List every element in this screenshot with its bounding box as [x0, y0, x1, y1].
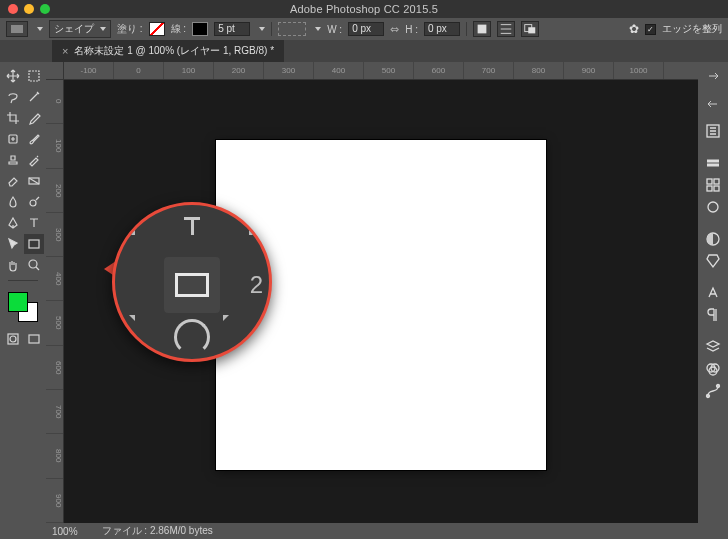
- stroke-style-dropdown[interactable]: [278, 22, 306, 36]
- fill-swatch[interactable]: [149, 22, 165, 36]
- workspace: -10001002003004005006007008009001000 010…: [0, 62, 728, 539]
- layers-panel-icon[interactable]: [703, 338, 723, 356]
- dodge-tool[interactable]: [24, 192, 44, 212]
- type-tool-zoomed-icon: [177, 211, 207, 241]
- pen-tool[interactable]: [3, 213, 23, 233]
- fill-label: 塗り :: [117, 22, 143, 36]
- svg-rect-13: [707, 179, 712, 184]
- svg-point-23: [717, 385, 720, 388]
- tool-preset-picker[interactable]: [6, 21, 28, 37]
- channels-panel-icon[interactable]: [703, 360, 723, 378]
- eraser-tool[interactable]: [3, 171, 23, 191]
- ruler-tick: 100: [46, 124, 63, 168]
- wand-tool[interactable]: [24, 87, 44, 107]
- ruler-tick: 200: [46, 169, 63, 213]
- app-title: Adobe Photoshop CC 2015.5: [290, 3, 438, 15]
- width-input[interactable]: 0 px: [348, 22, 384, 36]
- collapse-dock-icon[interactable]: [707, 96, 719, 108]
- paths-panel-icon[interactable]: [703, 382, 723, 400]
- ruler-tick: 900: [564, 62, 614, 79]
- svg-rect-2: [528, 27, 535, 33]
- history-panel-icon[interactable]: [703, 122, 723, 140]
- adjustments-panel-icon[interactable]: [703, 230, 723, 248]
- path-arrange-button[interactable]: [521, 21, 539, 37]
- stroke-label: 線 :: [171, 22, 187, 36]
- ruler-tick: 1000: [614, 62, 664, 79]
- window-close-button[interactable]: [8, 4, 18, 14]
- height-input[interactable]: 0 px: [424, 22, 460, 36]
- link-wh-icon[interactable]: ⇔: [390, 23, 399, 36]
- expand-dock-icon[interactable]: [707, 68, 719, 80]
- path-select-tool[interactable]: [3, 234, 23, 254]
- close-tab-icon[interactable]: ×: [62, 45, 68, 57]
- status-bar: 100% ファイル : 2.86M/0 bytes: [46, 523, 698, 539]
- ruler-tick: 400: [314, 62, 364, 79]
- foreground-color-well[interactable]: [8, 292, 28, 312]
- hand-tool[interactable]: [3, 255, 23, 275]
- ruler-horizontal[interactable]: -10001002003004005006007008009001000: [64, 62, 698, 80]
- ruler-vertical[interactable]: 0100200300400500600700800900: [46, 80, 64, 523]
- lasso-tool[interactable]: [3, 87, 23, 107]
- tool-flyout-indicator: [129, 229, 135, 235]
- document-tab[interactable]: × 名称未設定 1 @ 100% (レイヤー 1, RGB/8) *: [52, 40, 284, 62]
- ruler-tick: 0: [46, 80, 63, 124]
- crop-tool[interactable]: [3, 108, 23, 128]
- zoom-level[interactable]: 100%: [52, 526, 78, 537]
- toolbox: [0, 62, 46, 539]
- character-panel-icon[interactable]: [703, 284, 723, 302]
- svg-rect-3: [29, 71, 39, 81]
- ruler-tick: -100: [64, 62, 114, 79]
- swatches-panel-icon[interactable]: [703, 176, 723, 194]
- svg-rect-0: [478, 25, 487, 34]
- ruler-tick: 600: [46, 346, 63, 390]
- align-edges-checkbox[interactable]: ✓: [645, 24, 656, 35]
- width-label: W :: [327, 24, 342, 35]
- ruler-tick: 0: [114, 62, 164, 79]
- window-zoom-button[interactable]: [40, 4, 50, 14]
- options-bar: シェイプ 塗り : 線 : 5 pt W : 0 px ⇔ H : 0 px ✿…: [0, 18, 728, 40]
- svg-rect-7: [29, 240, 39, 248]
- document-tab-strip: × 名称未設定 1 @ 100% (レイヤー 1, RGB/8) *: [0, 40, 728, 62]
- quickmask-toggle[interactable]: [3, 329, 23, 349]
- stamp-tool[interactable]: [3, 150, 23, 170]
- gradient-tool[interactable]: [24, 171, 44, 191]
- rectangle-tool[interactable]: [24, 234, 44, 254]
- callout-number: 2: [250, 271, 263, 299]
- history-brush-tool[interactable]: [24, 150, 44, 170]
- window-controls: [8, 4, 50, 14]
- svg-rect-14: [714, 179, 719, 184]
- ruler-tick: 500: [46, 301, 63, 345]
- color-panel-icon[interactable]: [703, 154, 723, 172]
- type-tool[interactable]: [24, 213, 44, 233]
- screenmode-toggle[interactable]: [24, 329, 44, 349]
- height-label: H :: [405, 24, 418, 35]
- gear-icon[interactable]: ✿: [629, 22, 639, 36]
- window-minimize-button[interactable]: [24, 4, 34, 14]
- ruler-tick: 500: [364, 62, 414, 79]
- ruler-tick: 100: [164, 62, 214, 79]
- paragraph-panel-icon[interactable]: [703, 306, 723, 324]
- styles-panel-icon[interactable]: [703, 252, 723, 270]
- healing-tool[interactable]: [3, 129, 23, 149]
- ruler-origin[interactable]: [46, 62, 64, 80]
- svg-rect-15: [707, 186, 712, 191]
- libraries-panel-icon[interactable]: [703, 198, 723, 216]
- svg-rect-16: [714, 186, 719, 191]
- file-info[interactable]: ファイル : 2.86M/0 bytes: [102, 524, 213, 538]
- path-align-button[interactable]: [497, 21, 515, 37]
- svg-point-8: [29, 260, 37, 268]
- blur-tool[interactable]: [3, 192, 23, 212]
- zoom-tool[interactable]: [24, 255, 44, 275]
- svg-point-6: [30, 200, 36, 206]
- canvas-area: -10001002003004005006007008009001000 010…: [46, 62, 698, 539]
- marquee-tool[interactable]: [24, 66, 44, 86]
- stroke-width-input[interactable]: 5 pt: [214, 22, 250, 36]
- move-tool[interactable]: [3, 66, 23, 86]
- shape-mode-dropdown[interactable]: シェイプ: [49, 20, 111, 38]
- svg-rect-11: [29, 335, 39, 343]
- eyedropper-tool[interactable]: [24, 108, 44, 128]
- path-ops-button[interactable]: [473, 21, 491, 37]
- brush-tool[interactable]: [24, 129, 44, 149]
- svg-point-10: [10, 336, 16, 342]
- stroke-swatch[interactable]: [192, 22, 208, 36]
